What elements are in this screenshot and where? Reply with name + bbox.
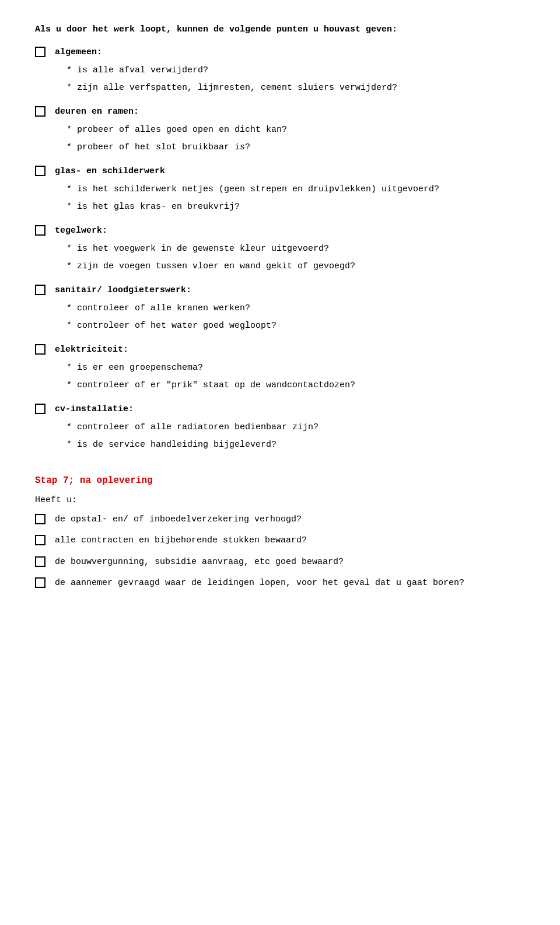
stap7-text-1: alle contracten en bijbehorende stukken … [55,534,525,548]
bullet-elektriciteit-0: * is er een groepenschema? [66,362,525,375]
bullet-glas-0: * is het schilderwerk netjes (geen strep… [66,183,525,197]
label-algemeen: algemeen: [55,46,102,58]
checkbox-stap7-1[interactable] [35,535,46,545]
bullet-cv-0: * controleer of alle radiatoren bedienba… [66,421,525,435]
checkbox-tegelwerk[interactable] [35,225,46,236]
stap7-text-0: de opstal- en/ of inboedelverzekering ve… [55,513,525,527]
stap7-item-1: alle contracten en bijbehorende stukken … [35,534,525,548]
bullet-tegelwerk-0: * is het voegwerk in de gewenste kleur u… [66,243,525,256]
checkbox-algemeen[interactable] [35,47,46,57]
checkbox-sanitair[interactable] [35,285,46,295]
bullet-deuren-1: * probeer of het slot bruikbaar is? [66,141,525,155]
section-deuren-ramen: deuren en ramen: * probeer of alles goed… [35,106,525,155]
checkbox-stap7-0[interactable] [35,514,46,524]
checkbox-cv[interactable] [35,404,46,414]
heeft-u-label: Heeft u: [35,495,525,505]
stap7-item-0: de opstal- en/ of inboedelverzekering ve… [35,513,525,527]
stap7-item-2: de bouwvergunning, subsidie aanvraag, et… [35,556,525,569]
bullet-elektriciteit-1: * controleer of er "prik" staat op de wa… [66,379,525,393]
label-glas: glas- en schilderwerk [55,165,165,177]
checkbox-stap7-3[interactable] [35,577,46,588]
checkbox-stap7-2[interactable] [35,556,46,567]
bullet-deuren-0: * probeer of alles goed open en dicht ka… [66,124,525,137]
checkbox-row-algemeen: algemeen: [35,46,525,58]
bullet-tegelwerk-1: * zijn de voegen tussen vloer en wand ge… [66,260,525,274]
label-elektriciteit: elektriciteit: [55,344,128,356]
section-elektriciteit: elektriciteit: * is er een groepenschema… [35,344,525,393]
stap7-section: Stap 7; na oplevering Heeft u: de opstal… [35,475,525,590]
checkbox-deuren[interactable] [35,106,46,117]
section-cv: cv-installatie: * controleer of alle rad… [35,403,525,452]
section-tegelwerk: tegelwerk: * is het voegwerk in de gewen… [35,225,525,274]
intro-text: Als u door het werk loopt, kunnen de vol… [35,23,525,37]
checkbox-row-glas: glas- en schilderwerk [35,165,525,177]
stap7-header: Stap 7; na oplevering [35,475,525,486]
stap7-text-3: de aannemer gevraagd waar de leidingen l… [55,577,525,590]
sections-container: algemeen: * is alle afval verwijderd? * … [35,46,525,452]
bullet-sanitair-0: * controleer of alle kranen werken? [66,302,525,316]
section-algemeen: algemeen: * is alle afval verwijderd? * … [35,46,525,95]
label-sanitair: sanitair/ loodgieterswerk: [55,284,191,296]
checkbox-row-tegelwerk: tegelwerk: [35,225,525,237]
checkbox-row-cv: cv-installatie: [35,403,525,415]
label-deuren: deuren en ramen: [55,106,139,118]
checkbox-glas[interactable] [35,166,46,176]
label-tegelwerk: tegelwerk: [55,225,107,237]
bullet-algemeen-1: * zijn alle verfspatten, lijmresten, cem… [66,82,525,95]
checkbox-row-sanitair: sanitair/ loodgieterswerk: [35,284,525,296]
stap7-text-2: de bouwvergunning, subsidie aanvraag, et… [55,556,525,569]
page-content: Als u door het werk loopt, kunnen de vol… [35,23,525,590]
label-cv: cv-installatie: [55,403,134,415]
bullet-sanitair-1: * controleer of het water goed wegloopt? [66,320,525,333]
stap7-item-3: de aannemer gevraagd waar de leidingen l… [35,577,525,590]
section-sanitair: sanitair/ loodgieterswerk: * controleer … [35,284,525,333]
checkbox-row-deuren: deuren en ramen: [35,106,525,118]
bullet-glas-1: * is het glas kras- en breukvrij? [66,201,525,214]
checkbox-elektriciteit[interactable] [35,344,46,355]
checkbox-row-elektriciteit: elektriciteit: [35,344,525,356]
bullet-cv-1: * is de service handleiding bijgeleverd? [66,439,525,452]
bullet-algemeen-0: * is alle afval verwijderd? [66,64,525,78]
section-glas-schilderwerk: glas- en schilderwerk * is het schilderw… [35,165,525,214]
